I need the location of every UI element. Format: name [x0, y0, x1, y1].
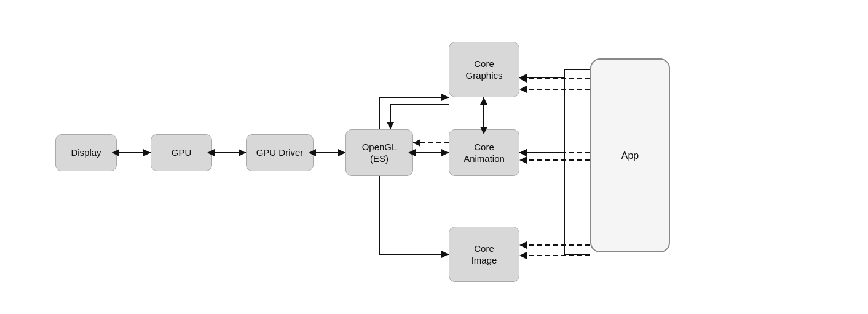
diagram-arrows [0, 0, 868, 314]
diagram-container: Display GPU GPU Driver OpenGL(ES) CoreAn… [0, 0, 868, 314]
